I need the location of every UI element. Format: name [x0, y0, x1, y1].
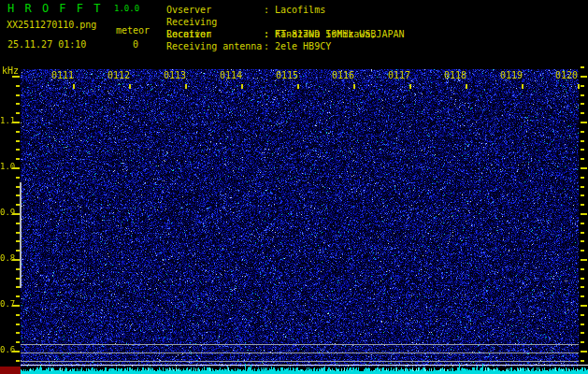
axis-tick — [581, 158, 584, 160]
axis-tick — [16, 149, 20, 151]
meteor-count: 0 — [133, 39, 138, 50]
axis-tick — [581, 232, 584, 234]
axis-tick — [581, 103, 584, 105]
count-range-marker — [20, 182, 22, 288]
axis-tick — [581, 332, 584, 334]
axis-tick — [581, 204, 584, 206]
axis-tick — [16, 332, 20, 334]
axis-tick — [16, 94, 20, 96]
axis-tick — [581, 177, 584, 179]
axis-tick — [16, 278, 20, 280]
axis-tick — [16, 341, 20, 343]
axis-tick — [16, 194, 20, 196]
info-label: Receiving antenna — [166, 40, 264, 52]
info-separator: : — [264, 4, 275, 16]
info-separator: : — [264, 28, 275, 40]
axis-tick — [16, 324, 20, 325]
app-version: 1.0.0 — [114, 4, 139, 13]
time-label-0113: 0113 — [163, 70, 186, 80]
axis-tick — [581, 295, 584, 297]
info-row-antenna: Receiving antenna:2ele HB9CY — [166, 40, 404, 52]
axis-tick — [16, 295, 20, 297]
info-label: Ovserver — [166, 4, 264, 16]
axis-tick — [581, 167, 587, 169]
spectrogram-noise-field — [21, 69, 579, 367]
axis-tick — [581, 286, 584, 288]
frequency-unit-label: kHz — [2, 65, 19, 76]
axis-tick — [16, 103, 20, 105]
axis-tick — [12, 167, 20, 169]
axis-tick — [12, 259, 20, 261]
axis-tick — [409, 84, 411, 89]
info-row-location: Receiving Location:Kanazawa Ishikawa,JAP… — [166, 16, 404, 28]
time-label-0111: 0111 — [50, 70, 74, 80]
axis-tick — [581, 341, 584, 343]
freq-label-1-0: 1.0 — [0, 162, 13, 171]
axis-tick — [16, 112, 20, 114]
observation-datetime: 25.11.27 01:10 — [7, 39, 86, 50]
axis-tick — [353, 84, 355, 89]
axis-tick — [16, 240, 20, 242]
axis-tick — [297, 84, 299, 89]
time-label-0116: 0116 — [331, 70, 354, 80]
station-info: Ovserver:Lacofilms Receiving Location:Ka… — [166, 4, 404, 52]
axis-tick — [241, 84, 243, 89]
calibration-line-1 — [21, 344, 579, 345]
axis-tick — [12, 122, 20, 123]
output-filename: XX2511270110.png — [7, 20, 96, 30]
axis-tick — [129, 84, 131, 89]
axis-tick — [581, 94, 584, 96]
axis-tick — [16, 286, 20, 288]
axis-tick — [581, 112, 584, 114]
app-title: H R O F F T — [7, 2, 102, 15]
axis-tick — [12, 351, 20, 352]
calibration-line-3 — [21, 361, 579, 362]
axis-tick — [581, 278, 584, 280]
info-separator: : — [264, 40, 275, 52]
axis-tick — [581, 186, 584, 188]
freq-label-0-7: 0.7 — [0, 299, 13, 309]
axis-tick — [16, 250, 20, 252]
axis-tick — [16, 140, 20, 142]
axis-tick — [581, 360, 584, 362]
observation-mode: meteor — [116, 25, 150, 36]
axis-tick — [581, 76, 587, 78]
axis-tick — [16, 360, 20, 362]
axis-tick — [581, 149, 584, 151]
time-label-0114: 0114 — [219, 70, 242, 80]
freq-label-1-1: 1.1 — [0, 116, 13, 125]
axis-tick — [16, 223, 20, 224]
axis-tick — [581, 66, 584, 68]
info-row-receiver: Receiver:FT-817ND 50MHz USB — [166, 28, 404, 40]
axis-tick — [73, 84, 75, 89]
axis-tick — [16, 158, 20, 160]
axis-tick — [578, 84, 580, 89]
axis-tick — [16, 85, 20, 87]
axis-tick — [581, 194, 584, 196]
time-label-0118: 0118 — [443, 70, 466, 80]
axis-tick — [185, 84, 187, 89]
info-value: Lacofilms — [275, 5, 325, 15]
time-label-0115: 0115 — [275, 70, 298, 80]
axis-tick — [12, 76, 20, 78]
axis-tick — [581, 268, 584, 270]
axis-tick — [16, 232, 20, 234]
axis-tick — [16, 177, 20, 179]
axis-tick — [581, 240, 584, 242]
axis-tick — [581, 351, 587, 352]
freq-label-0-6: 0.6 — [0, 345, 13, 354]
axis-tick — [581, 213, 587, 215]
axis-tick — [581, 324, 584, 325]
axis-tick — [12, 305, 20, 307]
axis-tick — [581, 259, 587, 261]
info-row-observer: Ovserver:Lacofilms — [166, 4, 404, 16]
axis-tick — [581, 140, 584, 142]
axis-tick — [581, 314, 584, 316]
axis-tick — [581, 131, 584, 133]
signal-level-bar — [21, 363, 588, 374]
axis-tick — [16, 314, 20, 316]
corner-indicator-block — [0, 367, 21, 374]
axis-tick — [581, 85, 584, 87]
axis-tick — [16, 204, 20, 206]
info-value: FT-817ND 50MHz USB — [275, 29, 376, 39]
